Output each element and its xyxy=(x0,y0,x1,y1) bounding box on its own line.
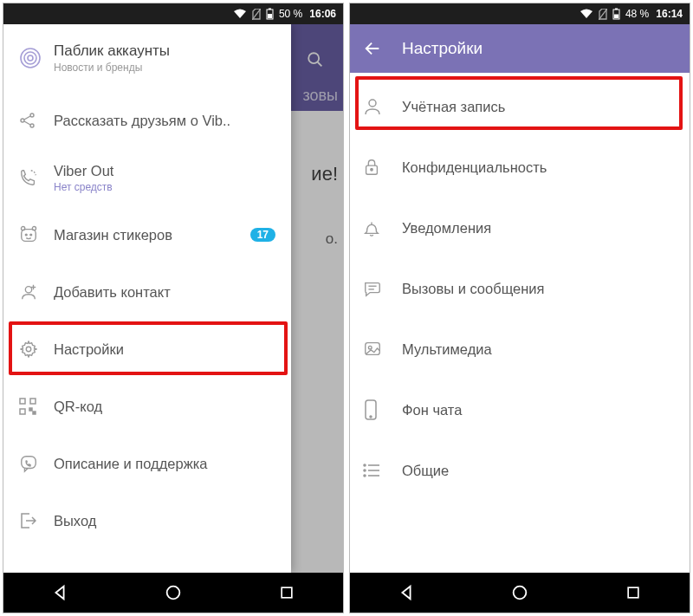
nav-home[interactable] xyxy=(139,573,208,613)
phone-out-icon xyxy=(19,168,54,187)
viber-logo-icon xyxy=(19,454,54,473)
svg-point-46 xyxy=(364,470,366,471)
settings-item-account[interactable]: Учётная запись xyxy=(350,76,690,137)
svg-rect-2 xyxy=(269,9,271,10)
svg-point-10 xyxy=(30,113,34,117)
drawer-item-addcontact[interactable]: Добавить контакт xyxy=(3,263,291,321)
drawer-item-label: QR-код xyxy=(54,399,275,415)
svg-point-15 xyxy=(21,227,24,230)
sim-off-icon xyxy=(252,9,261,20)
clock: 16:06 xyxy=(309,8,336,20)
svg-point-29 xyxy=(167,587,180,600)
drawer-item-exit[interactable]: Выход xyxy=(3,492,291,549)
drawer-item-label: Магазин стикеров xyxy=(54,227,245,243)
svg-rect-34 xyxy=(614,15,619,19)
drawer-item-label: Добавить контакт xyxy=(54,284,275,301)
public-accounts-icon xyxy=(19,47,54,69)
settings-item-label: Общие xyxy=(402,463,449,479)
qr-icon xyxy=(19,398,54,415)
android-navbar xyxy=(350,573,690,613)
svg-point-35 xyxy=(369,100,376,107)
drawer-item-sublabel: Нет средств xyxy=(54,181,113,193)
svg-rect-30 xyxy=(282,587,292,598)
nav-recent[interactable] xyxy=(599,573,668,613)
settings-item-label: Мультимедиа xyxy=(402,341,492,358)
drawer-item-label: Выход xyxy=(54,513,275,529)
back-button[interactable] xyxy=(360,39,385,58)
share-icon xyxy=(19,112,54,129)
drawer-item-help[interactable]: Описание и поддержка xyxy=(3,435,291,492)
svg-rect-3 xyxy=(268,14,272,18)
nav-recent[interactable] xyxy=(252,573,321,613)
lock-icon xyxy=(362,157,402,178)
svg-point-43 xyxy=(370,416,372,418)
svg-rect-27 xyxy=(33,412,36,414)
image-icon xyxy=(362,340,402,359)
nav-home[interactable] xyxy=(485,573,554,613)
add-contact-icon xyxy=(19,282,54,302)
settings-item-general[interactable]: Общие xyxy=(350,440,690,501)
screen-body: Настройки Учётная запись Конфиденциально… xyxy=(350,24,690,573)
drawer-item-label: Описание и поддержка xyxy=(54,456,275,472)
drawer-item-stickers[interactable]: Магазин стикеров 17 xyxy=(3,206,291,263)
battery-percent: 50 % xyxy=(279,8,302,20)
drawer-item-label: Настройки xyxy=(54,341,275,358)
status-bar: 48 % 16:14 xyxy=(350,3,690,24)
svg-rect-51 xyxy=(628,587,638,598)
scrim[interactable] xyxy=(288,24,343,573)
phone-left: 50 % 16:06 зовы ие! о. Паблик акк xyxy=(3,3,344,613)
settings-item-label: Конфиденциальность xyxy=(402,159,547,176)
svg-rect-24 xyxy=(30,399,36,404)
svg-point-44 xyxy=(364,464,366,466)
svg-point-41 xyxy=(368,346,372,349)
svg-point-37 xyxy=(371,169,372,171)
sim-off-icon xyxy=(599,9,607,20)
screen-body: зовы ие! о. Паблик аккаунты Новости и бр… xyxy=(3,24,343,573)
nav-back[interactable] xyxy=(25,573,94,613)
gear-icon xyxy=(19,340,54,359)
drawer-item-qr[interactable]: QR-код xyxy=(3,378,291,435)
svg-point-8 xyxy=(28,55,33,61)
settings-item-privacy[interactable]: Конфиденциальность xyxy=(350,137,690,198)
navigation-drawer: Паблик аккаунты Новости и бренды Рассказ… xyxy=(3,24,291,573)
battery-icon xyxy=(612,8,620,20)
wifi-icon xyxy=(580,9,593,19)
settings-item-chatbg[interactable]: Фон чата xyxy=(350,379,690,440)
nav-back[interactable] xyxy=(372,573,441,613)
battery-icon xyxy=(266,8,274,20)
settings-item-media[interactable]: Мультимедиа xyxy=(350,319,690,379)
drawer-item-label: Viber Out xyxy=(54,163,113,179)
svg-point-22 xyxy=(26,347,31,352)
svg-rect-28 xyxy=(22,457,36,469)
svg-point-9 xyxy=(21,119,24,122)
battery-percent: 48 % xyxy=(625,8,649,20)
settings-item-label: Уведомления xyxy=(402,220,491,237)
settings-item-calls[interactable]: Вызовы и сообщения xyxy=(350,258,690,319)
drawer-header[interactable]: Паблик аккаунты Новости и бренды xyxy=(3,24,291,92)
drawer-item-viberout[interactable]: Viber Out Нет средств xyxy=(3,149,291,206)
svg-rect-23 xyxy=(20,399,25,404)
bell-icon xyxy=(362,217,402,238)
svg-point-17 xyxy=(25,234,27,236)
account-icon xyxy=(362,96,402,117)
drawer-item-settings[interactable]: Настройки xyxy=(3,321,291,378)
wifi-icon xyxy=(233,9,247,19)
svg-point-48 xyxy=(364,475,366,477)
status-bar: 50 % 16:06 xyxy=(3,3,343,24)
settings-list: Учётная запись Конфиденциальность Уведом… xyxy=(350,73,690,573)
settings-item-label: Фон чата xyxy=(402,402,462,418)
svg-point-11 xyxy=(30,124,34,127)
clock: 16:14 xyxy=(656,8,683,20)
list-icon xyxy=(362,462,402,479)
android-navbar xyxy=(3,573,343,613)
appbar: Настройки xyxy=(350,24,690,73)
settings-item-label: Учётная запись xyxy=(402,99,505,115)
svg-rect-26 xyxy=(29,408,32,411)
exit-icon xyxy=(19,512,54,529)
drawer-header-title: Паблик аккаунты xyxy=(54,42,170,60)
drawer-header-subtitle: Новости и бренды xyxy=(54,62,170,74)
drawer-item-share[interactable]: Рассказать друзьям о Vib.. xyxy=(3,92,291,149)
appbar-title: Настройки xyxy=(402,39,483,58)
sticker-icon xyxy=(19,225,54,244)
settings-item-notifications[interactable]: Уведомления xyxy=(350,198,690,258)
